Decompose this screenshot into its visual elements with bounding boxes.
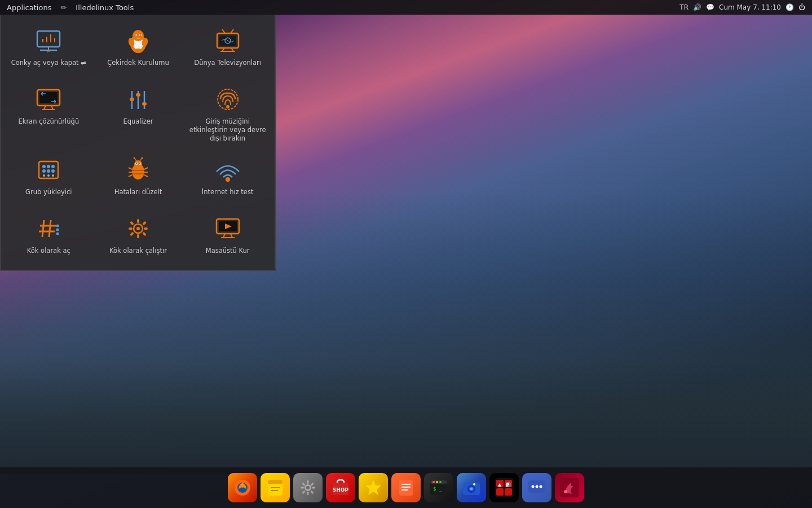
menu-item-grub[interactable]: Grub yükleyici xyxy=(5,150,92,206)
conky-icon: ⇌ xyxy=(34,26,63,55)
chat-icon[interactable]: 💬 xyxy=(706,3,714,11)
menu-item-hata[interactable]: Hataları düzelt xyxy=(95,150,182,206)
conky-label: Conky aç veya kapat ⇌ xyxy=(11,59,86,67)
svg-line-72 xyxy=(144,175,148,177)
dock-chat[interactable] xyxy=(522,473,551,502)
dock-stats[interactable]: ▲ 📊 xyxy=(489,473,519,502)
svg-point-131 xyxy=(470,488,473,490)
penguin-icon xyxy=(123,26,153,55)
dock-settings[interactable] xyxy=(293,473,323,502)
masaustu-label: Masaüstü Kur xyxy=(206,247,250,255)
svg-rect-86 xyxy=(137,234,139,238)
svg-line-76 xyxy=(42,220,44,237)
svg-rect-0 xyxy=(37,31,60,47)
menu-item-internet[interactable]: İnternet hız test xyxy=(184,150,271,206)
svg-point-15 xyxy=(135,34,136,36)
panel-right: TR 🔊 💬 Cum May 7, 11:10 🕐 ⏻ xyxy=(679,3,810,11)
gear-root-icon xyxy=(123,214,153,243)
dock-terminal[interactable]: $ _ xyxy=(424,473,453,502)
ekran-label: Ekran çözünürlüğü xyxy=(18,117,79,126)
svg-rect-85 xyxy=(137,219,139,223)
svg-rect-110 xyxy=(312,487,315,489)
svg-rect-88 xyxy=(144,227,148,230)
svg-point-143 xyxy=(536,485,539,488)
svg-point-52 xyxy=(47,169,50,173)
equalizer-icon xyxy=(123,85,153,114)
app-menu-panel: ⇌ Conky aç veya kapat ⇌ xyxy=(0,15,276,271)
svg-point-66 xyxy=(141,157,143,159)
dock-stacer[interactable] xyxy=(359,473,388,502)
svg-point-54 xyxy=(43,174,45,177)
svg-text:SHOP: SHOP xyxy=(333,487,349,493)
svg-rect-42 xyxy=(136,93,140,97)
svg-point-125 xyxy=(436,481,438,483)
menu-item-cekirdek[interactable]: Çekirdek Kurulumu xyxy=(95,20,182,77)
svg-text:📊: 📊 xyxy=(506,482,511,487)
svg-rect-114 xyxy=(310,491,314,494)
hata-label: Hataları düzelt xyxy=(114,188,162,196)
volume-icon[interactable]: 🔊 xyxy=(693,3,701,11)
menu-item-masaustu[interactable]: Masaüstü Kur xyxy=(184,208,271,265)
taskbar-dock: SHOP $ _ xyxy=(0,467,812,508)
svg-line-70 xyxy=(144,168,148,169)
panel-left: Applications ✏ Illedelinux Tools xyxy=(2,2,138,13)
svg-text:▲: ▲ xyxy=(498,482,502,487)
svg-point-84 xyxy=(136,227,140,230)
dock-shop[interactable]: SHOP xyxy=(326,473,355,502)
grub-icon xyxy=(34,155,63,185)
svg-rect-112 xyxy=(310,483,314,486)
dock-notes[interactable] xyxy=(261,473,290,502)
menu-item-giris-muzigi[interactable]: Giriş müziğini etkinleştirin veya devre … xyxy=(184,79,271,147)
svg-point-58 xyxy=(134,160,142,168)
svg-point-51 xyxy=(42,169,46,173)
svg-point-75 xyxy=(226,177,230,182)
applications-button[interactable]: Applications xyxy=(2,2,56,13)
internet-label: İnternet hız test xyxy=(202,188,254,196)
tools-label: Illedelinux Tools xyxy=(71,2,138,13)
svg-rect-109 xyxy=(301,487,304,489)
svg-text:⇌: ⇌ xyxy=(47,49,51,54)
svg-point-81 xyxy=(56,228,59,231)
menu-item-ekran[interactable]: Ekran çözünürlüğü xyxy=(5,79,92,147)
giris-muzigi-label: Giriş müziğini etkinleştirin veya devre … xyxy=(187,117,268,143)
svg-point-132 xyxy=(473,483,475,485)
svg-rect-111 xyxy=(302,483,305,486)
menu-item-tv[interactable]: Dünya Televizyonları xyxy=(184,20,271,77)
menu-item-kok-calistir[interactable]: Kök olarak çalıştır xyxy=(95,208,182,265)
bug-icon xyxy=(123,155,153,185)
svg-rect-107 xyxy=(307,480,309,484)
kok-ac-label: Kök olarak aç xyxy=(27,247,70,255)
datetime-display[interactable]: Cum May 7, 11:10 xyxy=(719,3,781,11)
svg-rect-92 xyxy=(142,231,147,236)
svg-point-48 xyxy=(42,165,46,168)
svg-text:$ _: $ _ xyxy=(433,486,443,492)
power-icon[interactable]: ⏻ xyxy=(798,3,805,11)
dock-pages[interactable] xyxy=(391,473,421,502)
menu-item-conky[interactable]: ⇌ Conky aç veya kapat ⇌ xyxy=(5,20,92,77)
svg-point-53 xyxy=(51,169,55,173)
hash-icon xyxy=(34,214,63,243)
language-indicator[interactable]: TR xyxy=(679,3,689,11)
tv-icon xyxy=(213,26,242,55)
svg-point-142 xyxy=(532,485,535,488)
menu-grid: ⇌ Conky aç veya kapat ⇌ xyxy=(5,20,271,265)
edit-icon[interactable]: ✏ xyxy=(57,2,70,13)
dock-custom[interactable] xyxy=(555,473,584,502)
menu-item-kok-ac[interactable]: Kök olarak aç xyxy=(5,208,92,265)
svg-point-62 xyxy=(139,163,140,164)
dock-firefox[interactable] xyxy=(228,473,257,502)
svg-rect-90 xyxy=(142,221,147,225)
svg-point-61 xyxy=(136,163,137,164)
svg-point-19 xyxy=(134,49,143,53)
dock-camera[interactable] xyxy=(457,473,486,502)
svg-rect-40 xyxy=(130,98,134,101)
menu-scrollbar[interactable] xyxy=(275,15,276,269)
svg-point-124 xyxy=(433,481,435,483)
top-panel: Applications ✏ Illedelinux Tools TR 🔊 💬 … xyxy=(0,0,812,15)
tv-label: Dünya Televizyonları xyxy=(194,59,261,67)
menu-item-equalizer[interactable]: Equalizer xyxy=(95,79,182,147)
monitor-icon xyxy=(34,85,63,114)
svg-marker-117 xyxy=(365,480,381,495)
svg-line-67 xyxy=(129,168,132,169)
svg-point-144 xyxy=(540,485,542,488)
